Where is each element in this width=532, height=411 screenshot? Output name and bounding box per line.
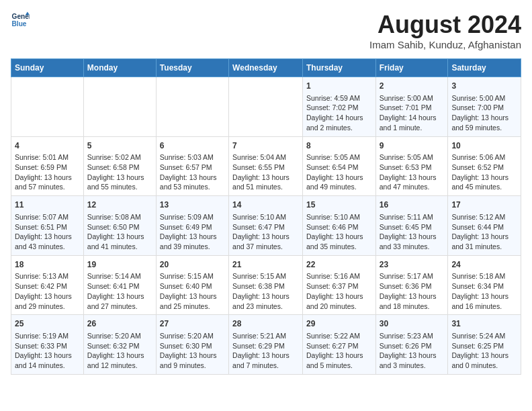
day-info: Sunrise: 5:20 AMSunset: 6:32 PMDaylight:… xyxy=(87,331,152,371)
day-number: 14 xyxy=(232,199,299,211)
calendar-cell: 25Sunrise: 5:19 AMSunset: 6:33 PMDayligh… xyxy=(11,315,84,375)
day-number: 9 xyxy=(380,140,445,152)
day-info: Sunrise: 5:03 AMSunset: 6:57 PMDaylight:… xyxy=(160,152,225,192)
day-number: 8 xyxy=(306,140,372,152)
page-header: General Blue August 2024 Imam Sahib, Kun… xyxy=(11,11,521,50)
day-info: Sunrise: 5:10 AMSunset: 6:46 PMDaylight:… xyxy=(306,212,372,252)
calendar-cell: 20Sunrise: 5:15 AMSunset: 6:40 PMDayligh… xyxy=(156,255,228,315)
day-number: 24 xyxy=(451,259,517,271)
day-number: 7 xyxy=(232,140,299,152)
calendar-cell: 23Sunrise: 5:17 AMSunset: 6:36 PMDayligh… xyxy=(375,255,448,315)
weekday-header-monday: Monday xyxy=(83,59,156,77)
calendar-cell: 30Sunrise: 5:23 AMSunset: 6:26 PMDayligh… xyxy=(375,315,448,375)
calendar-table: SundayMondayTuesdayWednesdayThursdayFrid… xyxy=(11,58,521,375)
day-info: Sunrise: 5:04 AMSunset: 6:55 PMDaylight:… xyxy=(232,152,299,192)
calendar-cell: 5Sunrise: 5:02 AMSunset: 6:58 PMDaylight… xyxy=(83,136,156,196)
calendar-cell xyxy=(229,77,303,137)
day-info: Sunrise: 5:18 AMSunset: 6:34 PMDaylight:… xyxy=(451,271,517,311)
day-info: Sunrise: 4:59 AMSunset: 7:02 PMDaylight:… xyxy=(306,93,372,133)
calendar-cell xyxy=(156,77,228,137)
logo: General Blue xyxy=(11,11,32,30)
day-info: Sunrise: 5:10 AMSunset: 6:47 PMDaylight:… xyxy=(232,212,299,252)
day-info: Sunrise: 5:19 AMSunset: 6:33 PMDaylight:… xyxy=(15,331,80,371)
day-number: 28 xyxy=(232,318,299,330)
calendar-cell: 9Sunrise: 5:05 AMSunset: 6:53 PMDaylight… xyxy=(375,136,448,196)
day-info: Sunrise: 5:01 AMSunset: 6:59 PMDaylight:… xyxy=(15,152,80,192)
day-number: 16 xyxy=(380,199,445,211)
weekday-header-sunday: Sunday xyxy=(11,59,84,77)
calendar-cell: 18Sunrise: 5:13 AMSunset: 6:42 PMDayligh… xyxy=(11,255,84,315)
day-info: Sunrise: 5:08 AMSunset: 6:50 PMDaylight:… xyxy=(87,212,152,252)
day-info: Sunrise: 5:15 AMSunset: 6:40 PMDaylight:… xyxy=(160,271,225,311)
weekday-header-row: SundayMondayTuesdayWednesdayThursdayFrid… xyxy=(11,59,521,77)
day-info: Sunrise: 5:05 AMSunset: 6:54 PMDaylight:… xyxy=(306,152,372,192)
calendar-cell: 13Sunrise: 5:09 AMSunset: 6:49 PMDayligh… xyxy=(156,196,228,256)
day-info: Sunrise: 5:02 AMSunset: 6:58 PMDaylight:… xyxy=(87,152,152,192)
day-info: Sunrise: 5:06 AMSunset: 6:52 PMDaylight:… xyxy=(451,152,517,192)
calendar-cell: 7Sunrise: 5:04 AMSunset: 6:55 PMDaylight… xyxy=(229,136,303,196)
day-info: Sunrise: 5:23 AMSunset: 6:26 PMDaylight:… xyxy=(380,331,445,371)
calendar-cell: 16Sunrise: 5:11 AMSunset: 6:45 PMDayligh… xyxy=(375,196,448,256)
week-row-1: 1Sunrise: 4:59 AMSunset: 7:02 PMDaylight… xyxy=(11,77,521,137)
calendar-cell: 22Sunrise: 5:16 AMSunset: 6:37 PMDayligh… xyxy=(302,255,375,315)
calendar-cell: 12Sunrise: 5:08 AMSunset: 6:50 PMDayligh… xyxy=(83,196,156,256)
weekday-header-saturday: Saturday xyxy=(448,59,521,77)
day-info: Sunrise: 5:00 AMSunset: 7:00 PMDaylight:… xyxy=(451,93,517,133)
day-number: 4 xyxy=(15,140,80,152)
calendar-cell: 28Sunrise: 5:21 AMSunset: 6:29 PMDayligh… xyxy=(229,315,303,375)
calendar-cell xyxy=(11,77,84,137)
week-row-2: 4Sunrise: 5:01 AMSunset: 6:59 PMDaylight… xyxy=(11,136,521,196)
day-number: 23 xyxy=(380,259,445,271)
day-number: 22 xyxy=(306,259,372,271)
day-info: Sunrise: 5:21 AMSunset: 6:29 PMDaylight:… xyxy=(232,331,299,371)
day-info: Sunrise: 5:00 AMSunset: 7:01 PMDaylight:… xyxy=(380,93,445,133)
calendar-cell: 31Sunrise: 5:24 AMSunset: 6:25 PMDayligh… xyxy=(448,315,521,375)
day-number: 2 xyxy=(380,81,445,92)
day-info: Sunrise: 5:15 AMSunset: 6:38 PMDaylight:… xyxy=(232,271,299,311)
day-info: Sunrise: 5:12 AMSunset: 6:44 PMDaylight:… xyxy=(451,212,517,252)
day-number: 1 xyxy=(306,81,372,92)
calendar-cell: 27Sunrise: 5:20 AMSunset: 6:30 PMDayligh… xyxy=(156,315,228,375)
calendar-cell: 26Sunrise: 5:20 AMSunset: 6:32 PMDayligh… xyxy=(83,315,156,375)
day-info: Sunrise: 5:17 AMSunset: 6:36 PMDaylight:… xyxy=(380,271,445,311)
calendar-cell: 4Sunrise: 5:01 AMSunset: 6:59 PMDaylight… xyxy=(11,136,84,196)
day-number: 10 xyxy=(451,140,517,152)
calendar-cell xyxy=(83,77,156,137)
day-info: Sunrise: 5:13 AMSunset: 6:42 PMDaylight:… xyxy=(15,271,80,311)
day-number: 31 xyxy=(451,318,517,330)
day-number: 21 xyxy=(232,259,299,271)
week-row-3: 11Sunrise: 5:07 AMSunset: 6:51 PMDayligh… xyxy=(11,196,521,256)
calendar-cell: 3Sunrise: 5:00 AMSunset: 7:00 PMDaylight… xyxy=(448,77,521,137)
calendar-cell: 1Sunrise: 4:59 AMSunset: 7:02 PMDaylight… xyxy=(302,77,375,137)
calendar-cell: 15Sunrise: 5:10 AMSunset: 6:46 PMDayligh… xyxy=(302,196,375,256)
weekday-header-friday: Friday xyxy=(375,59,448,77)
main-title: August 2024 xyxy=(369,11,521,39)
calendar-cell: 6Sunrise: 5:03 AMSunset: 6:57 PMDaylight… xyxy=(156,136,228,196)
day-number: 5 xyxy=(87,140,152,152)
calendar-cell: 19Sunrise: 5:14 AMSunset: 6:41 PMDayligh… xyxy=(83,255,156,315)
logo-icon: General Blue xyxy=(11,11,30,30)
day-number: 19 xyxy=(87,259,152,271)
calendar-cell: 17Sunrise: 5:12 AMSunset: 6:44 PMDayligh… xyxy=(448,196,521,256)
calendar-body: 1Sunrise: 4:59 AMSunset: 7:02 PMDaylight… xyxy=(11,77,521,375)
day-number: 15 xyxy=(306,199,372,211)
day-number: 29 xyxy=(306,318,372,330)
svg-text:Blue: Blue xyxy=(12,20,27,28)
weekday-header-thursday: Thursday xyxy=(302,59,375,77)
day-info: Sunrise: 5:05 AMSunset: 6:53 PMDaylight:… xyxy=(380,152,445,192)
day-number: 17 xyxy=(451,199,517,211)
day-number: 20 xyxy=(160,259,225,271)
day-info: Sunrise: 5:22 AMSunset: 6:27 PMDaylight:… xyxy=(306,331,372,371)
calendar-cell: 21Sunrise: 5:15 AMSunset: 6:38 PMDayligh… xyxy=(229,255,303,315)
calendar-cell: 11Sunrise: 5:07 AMSunset: 6:51 PMDayligh… xyxy=(11,196,84,256)
weekday-header-tuesday: Tuesday xyxy=(156,59,228,77)
calendar-cell: 24Sunrise: 5:18 AMSunset: 6:34 PMDayligh… xyxy=(448,255,521,315)
day-number: 18 xyxy=(15,259,80,271)
day-info: Sunrise: 5:07 AMSunset: 6:51 PMDaylight:… xyxy=(15,212,80,252)
day-number: 26 xyxy=(87,318,152,330)
day-info: Sunrise: 5:16 AMSunset: 6:37 PMDaylight:… xyxy=(306,271,372,311)
title-block: August 2024 Imam Sahib, Kunduz, Afghanis… xyxy=(369,11,521,50)
calendar-cell: 2Sunrise: 5:00 AMSunset: 7:01 PMDaylight… xyxy=(375,77,448,137)
weekday-header-wednesday: Wednesday xyxy=(229,59,303,77)
week-row-4: 18Sunrise: 5:13 AMSunset: 6:42 PMDayligh… xyxy=(11,255,521,315)
